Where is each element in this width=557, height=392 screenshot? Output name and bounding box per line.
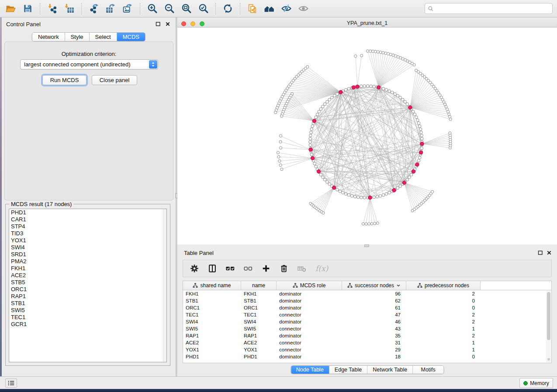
- mcds-result-item[interactable]: YOX1: [9, 237, 166, 244]
- graph-node[interactable]: [420, 134, 423, 137]
- mcds-result-item[interactable]: TEC1: [9, 314, 166, 321]
- graph-node[interactable]: [374, 50, 377, 53]
- mcds-result-item[interactable]: ORC1: [9, 286, 166, 293]
- graph-node[interactable]: [369, 50, 372, 52]
- close-panel-icon[interactable]: [546, 249, 553, 256]
- mcds-result-item[interactable]: TID3: [9, 230, 166, 237]
- graph-hub-node[interactable]: [356, 85, 359, 88]
- float-panel-icon[interactable]: [155, 21, 162, 28]
- mcds-list-scrollbar[interactable]: [163, 209, 166, 362]
- graph-node[interactable]: [377, 51, 379, 53]
- clone-network-icon[interactable]: [244, 2, 260, 15]
- graph-node[interactable]: [374, 222, 376, 225]
- column-header-predecessor-nodes[interactable]: predecessor nodes: [406, 281, 481, 290]
- graph-node[interactable]: [366, 85, 369, 88]
- graph-node[interactable]: [449, 132, 451, 134]
- graph-node[interactable]: [363, 196, 366, 199]
- table-row[interactable]: SWI5SWI5connector431: [183, 325, 551, 332]
- mcds-result-item[interactable]: ACE2: [9, 272, 166, 279]
- tab-mcds[interactable]: MCDS: [117, 33, 145, 41]
- graph-node[interactable]: [376, 195, 379, 198]
- graph-node[interactable]: [347, 193, 350, 196]
- select-all-rows-icon[interactable]: [224, 262, 236, 275]
- graph-node[interactable]: [279, 147, 282, 149]
- graph-hub-node[interactable]: [339, 90, 343, 94]
- network-graph[interactable]: [177, 28, 557, 244]
- refresh-view-icon[interactable]: [220, 2, 236, 15]
- graph-node[interactable]: [399, 96, 402, 99]
- graph-hub-node[interactable]: [352, 86, 355, 89]
- graph-node[interactable]: [347, 87, 350, 90]
- column-header-MCDS-role[interactable]: MCDS role: [277, 281, 342, 290]
- graph-hub-node[interactable]: [412, 170, 415, 173]
- task-history-button[interactable]: [5, 378, 17, 388]
- graph-node[interactable]: [318, 110, 321, 113]
- hide-selected-icon[interactable]: [278, 2, 294, 15]
- zoom-fit-icon[interactable]: [178, 2, 194, 15]
- graph-node[interactable]: [385, 193, 388, 196]
- export-image-icon[interactable]: [120, 2, 136, 15]
- show-columns-icon[interactable]: [206, 262, 218, 275]
- graph-node[interactable]: [419, 128, 422, 131]
- graph-hub-node[interactable]: [309, 148, 312, 151]
- graph-node[interactable]: [360, 54, 363, 57]
- graph-hub-node[interactable]: [402, 181, 406, 184]
- graph-node[interactable]: [350, 195, 353, 198]
- table-scrollbar[interactable]: [546, 291, 551, 362]
- graph-node[interactable]: [316, 113, 319, 116]
- graph-node[interactable]: [342, 191, 345, 194]
- graph-node[interactable]: [373, 85, 376, 88]
- graph-node[interactable]: [404, 100, 407, 103]
- graph-node[interactable]: [388, 191, 391, 194]
- tab-select[interactable]: Select: [90, 33, 117, 41]
- graph-node[interactable]: [309, 134, 312, 137]
- graph-node[interactable]: [353, 195, 356, 198]
- graph-node[interactable]: [336, 93, 339, 96]
- graph-node[interactable]: [365, 223, 367, 225]
- graph-node[interactable]: [384, 52, 387, 55]
- mcds-result-item[interactable]: STB5: [9, 279, 166, 286]
- graph-node[interactable]: [277, 155, 280, 158]
- run-mcds-button[interactable]: Run MCDS: [42, 75, 86, 85]
- graph-node[interactable]: [419, 125, 422, 128]
- graph-node[interactable]: [449, 118, 452, 120]
- graph-node[interactable]: [339, 190, 342, 193]
- graph-node[interactable]: [280, 168, 283, 171]
- search-field[interactable]: [425, 3, 553, 14]
- network-view-canvas[interactable]: [177, 28, 557, 244]
- table-tab-edge-table[interactable]: Edge Table: [329, 366, 367, 374]
- import-table-icon[interactable]: [61, 2, 77, 15]
- graph-node[interactable]: [421, 137, 424, 140]
- open-session-icon[interactable]: [3, 2, 19, 15]
- graph-node[interactable]: [399, 185, 402, 188]
- node-table[interactable]: shared namenameMCDS rolesuccessor nodesp…: [183, 281, 552, 363]
- mcds-result-item[interactable]: PHD1: [9, 209, 166, 216]
- column-header-successor-nodes[interactable]: successor nodes: [342, 281, 406, 290]
- graph-node[interactable]: [313, 162, 316, 165]
- table-row[interactable]: PHD1PHD1dominator180: [183, 353, 551, 360]
- network-window-titlebar[interactable]: YPA_prune.txt_1: [177, 19, 557, 28]
- graph-hub-node[interactable]: [392, 189, 396, 192]
- graph-hub-node[interactable]: [419, 151, 422, 154]
- create-column-icon[interactable]: [260, 262, 272, 275]
- zoom-in-icon[interactable]: [144, 2, 160, 15]
- deselect-all-rows-icon[interactable]: [242, 262, 254, 275]
- graph-node[interactable]: [382, 87, 385, 90]
- table-row[interactable]: TEC1TEC1connector472: [183, 311, 551, 318]
- graph-node[interactable]: [413, 113, 416, 116]
- table-row[interactable]: SWI4SWI4dominator462: [183, 318, 551, 325]
- graph-hub-node[interactable]: [368, 196, 372, 199]
- graph-node[interactable]: [319, 173, 322, 176]
- graph-node[interactable]: [323, 103, 326, 106]
- table-tab-node-table[interactable]: Node Table: [291, 366, 329, 374]
- graph-node[interactable]: [368, 223, 370, 225]
- graph-node[interactable]: [420, 147, 423, 150]
- graph-node[interactable]: [363, 85, 366, 88]
- graph-node[interactable]: [326, 181, 329, 184]
- criterion-dropdown[interactable]: largest connected component (undirected): [20, 59, 158, 69]
- graph-node[interactable]: [379, 51, 382, 54]
- graph-node[interactable]: [309, 141, 312, 144]
- first-neighbors-icon[interactable]: [261, 2, 277, 15]
- column-header-shared-name[interactable]: shared name: [183, 281, 241, 290]
- graph-node[interactable]: [382, 52, 384, 54]
